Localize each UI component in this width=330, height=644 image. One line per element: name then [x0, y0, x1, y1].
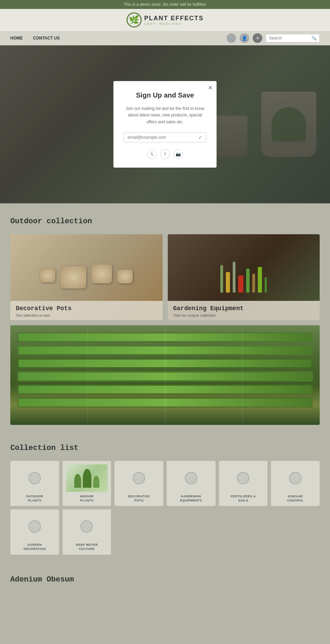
cart-icon[interactable]: 🛒 — [227, 33, 236, 43]
account-icon[interactable]: 👤 — [240, 33, 249, 43]
greenhouse-card[interactable] — [10, 325, 320, 425]
fertilizers-soils-label: FERTILIZERS &SOILS — [222, 495, 264, 502]
decorative-pots-card[interactable]: Decorative Pots Our selection is vast. — [10, 234, 163, 320]
outdoor-section-title: Outdoor collection — [10, 217, 320, 226]
instagram-icon[interactable]: 📷 — [173, 149, 183, 159]
product-grid: Decorative Pots Our selection is vast. — [10, 234, 320, 320]
adenium-section: Adenium Obesum — [0, 565, 330, 591]
deep-water-culture-image — [66, 513, 108, 540]
collection-grid-row2: GARDENDECORATION DEEP WATERCULTURE — [10, 509, 320, 554]
indoor-plants-image — [66, 464, 108, 492]
modal-close-button[interactable]: ✕ — [208, 84, 212, 91]
decorative-pots-collection-image — [118, 464, 160, 492]
facebook-icon[interactable]: f — [160, 149, 170, 159]
gardening-equipments-label: GARDENINGEQUIPMENTS — [170, 495, 212, 502]
close-search-icon[interactable]: ✕ — [253, 33, 262, 43]
deep-water-culture-label: DEEP WATERCULTURE — [66, 543, 108, 551]
search-icon: 🔍 — [311, 36, 317, 41]
outdoor-plants-label: OUTDOORPLANTS — [14, 495, 56, 502]
collection-grid-row1: OUTDOORPLANTS INDOORPLANTS DECORATIVEPOT… — [10, 461, 320, 506]
decorative-pots-label: Decorative Pots Our selection is vast. — [10, 301, 163, 320]
nav-bar: HOME CONTACT US 🛒 👤 ✕ 🔍 — [0, 31, 330, 45]
collection-garden-decoration[interactable]: GARDENDECORATION — [10, 509, 59, 554]
collection-section-title: Collection list — [10, 444, 320, 452]
disease-control-image — [274, 464, 316, 492]
twitter-icon[interactable]: 𝕏 — [147, 149, 157, 159]
nav-contact[interactable]: CONTACT US — [33, 31, 60, 45]
email-input[interactable] — [128, 135, 198, 140]
collection-deep-water-culture[interactable]: DEEP WATERCULTURE — [63, 509, 111, 554]
email-check-icon: ✓ — [198, 135, 202, 140]
brand-name: PLANT EFFECTS — [144, 15, 204, 22]
gardening-equipment-card[interactable]: Gardening Equipment Visit our unique col… — [168, 234, 320, 320]
collection-decorative-pots[interactable]: DECORATIVEPOTS — [114, 461, 163, 506]
signup-modal: ✕ Sign Up and Save Join our mailing list… — [113, 81, 217, 168]
collection-indoor-plants[interactable]: INDOORPLANTS — [63, 461, 111, 506]
adenium-title: Adenium Obesum — [10, 575, 320, 584]
social-icons-group: 𝕏 f 📷 — [124, 149, 206, 159]
gardening-equipment-label: Gardening Equipment Visit our unique col… — [168, 301, 320, 320]
collection-disease-control[interactable]: DISEASECONTROL — [271, 461, 320, 506]
modal-title: Sign Up and Save — [124, 91, 206, 99]
collection-section: Collection list OUTDOORPLANTS INDOORPLAN… — [0, 437, 330, 565]
collection-fertilizers-soils[interactable]: FERTILIZERS &SOILS — [219, 461, 268, 506]
garden-decoration-image — [14, 513, 56, 540]
outdoor-plants-image — [14, 464, 56, 492]
fertilizers-soils-image — [222, 464, 264, 492]
email-field-wrap[interactable]: ✓ — [124, 132, 206, 143]
search-box[interactable]: 🔍 — [266, 34, 320, 42]
garden-decoration-label: GARDENDECORATION — [14, 543, 56, 551]
header: 🌿 PLANT EFFECTS LEAF 'ECOLOGY' — [0, 9, 330, 31]
nav-home[interactable]: HOME — [10, 31, 23, 45]
demo-banner: This is a demo store. No order will be f… — [0, 0, 330, 9]
search-input[interactable] — [269, 36, 310, 41]
indoor-plants-label: INDOORPLANTS — [66, 495, 108, 502]
gardening-equipments-image — [170, 464, 212, 492]
disease-control-label: DISEASECONTROL — [274, 495, 316, 502]
hero-section: ✕ Sign Up and Save Join our mailing list… — [0, 45, 330, 203]
greenhouse-image — [10, 325, 320, 425]
brand-tagline: LEAF 'ECOLOGY' — [144, 22, 204, 25]
collection-outdoor-plants[interactable]: OUTDOORPLANTS — [10, 461, 59, 506]
modal-overlay: ✕ Sign Up and Save Join our mailing list… — [0, 45, 330, 203]
decorative-pots-collection-label: DECORATIVEPOTS — [118, 495, 160, 502]
outdoor-collection-section: Outdoor collection Decorative Pots Our s… — [0, 203, 330, 437]
logo[interactable]: 🌿 PLANT EFFECTS LEAF 'ECOLOGY' — [126, 12, 204, 27]
collection-gardening-equipments[interactable]: GARDENINGEQUIPMENTS — [167, 461, 216, 506]
logo-icon: 🌿 — [126, 12, 142, 27]
modal-description: Join our mailing list and be the first t… — [124, 105, 206, 125]
